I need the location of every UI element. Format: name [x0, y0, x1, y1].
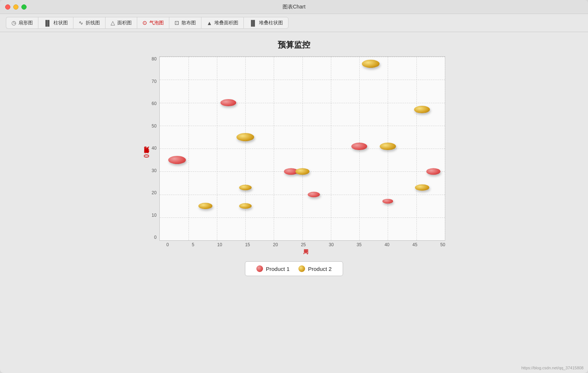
x-axis: 05101520253035404550 [166, 242, 445, 247]
y-tick: 60 [152, 101, 156, 106]
x-tick: 10 [217, 242, 222, 247]
stackedbar-icon: ▐▌ [249, 20, 257, 26]
plot-area [159, 56, 445, 241]
line-icon: ∿ [79, 20, 83, 26]
x-axis-label: 周 [166, 249, 445, 255]
y-axis-label: 销售额(万元) [143, 56, 149, 255]
bubble-p2 [380, 143, 396, 150]
bubble-p2 [414, 106, 430, 113]
chart-inner: 80706050403020100 [152, 56, 445, 241]
toolbar-btn-stackedarea[interactable]: ▲ 堆叠面积图 [201, 17, 243, 29]
grid-line-v [274, 57, 274, 240]
app-window: 图表Chart ◷ 扇形图 ▐▌ 柱状图 ∿ 折线图 △ 面积图 ⊙ 气泡图 ⊡… [0, 0, 588, 373]
bubble-p2 [236, 133, 254, 141]
bubble-p1 [383, 199, 393, 204]
legend-item-p1: Product 1 [256, 265, 290, 272]
bubble-p2 [239, 203, 252, 209]
x-tick: 40 [384, 242, 389, 247]
legend-dot-p1 [256, 265, 263, 272]
toolbar-btn-scatter[interactable]: ⊡ 散布图 [169, 17, 201, 29]
window-title: 图表Chart [283, 4, 305, 10]
legend-dot-p2 [298, 265, 305, 272]
legend: Product 1 Product 2 [245, 261, 343, 276]
toolbar-btn-bar[interactable]: ▐▌ 柱状图 [38, 17, 73, 29]
toolbar-btn-bubble[interactable]: ⊙ 气泡图 [137, 17, 169, 29]
bubble-p1 [168, 156, 186, 164]
bubble-p1 [308, 192, 320, 197]
grid-line-v [445, 57, 445, 240]
x-tick: 25 [301, 242, 306, 247]
stackedarea-icon: ▲ [207, 20, 212, 26]
toolbar-btn-area[interactable]: △ 面积图 [105, 17, 137, 29]
bubble-label: 气泡图 [149, 20, 164, 26]
chart-container: 销售额(万元) 80706050403020100 05101520253035… [143, 56, 445, 255]
legend-label-p2: Product 2 [308, 266, 332, 272]
x-tick: 35 [357, 242, 362, 247]
x-tick: 20 [273, 242, 278, 247]
chart-area: 预算监控 销售额(万元) 80706050403020100 051015202… [0, 32, 588, 373]
y-tick: 50 [152, 123, 156, 129]
window-controls [5, 4, 27, 10]
chart-with-axes: 80706050403020100 05101520253035404550 周 [152, 56, 445, 255]
x-axis-container: 05101520253035404550 [166, 241, 445, 247]
grid-line-v [245, 57, 246, 240]
maximize-button[interactable] [21, 4, 27, 10]
bar-icon: ▐▌ [44, 20, 51, 26]
toolbar-btn-line[interactable]: ∿ 折线图 [73, 17, 105, 29]
pie-label: 扇形图 [18, 20, 33, 26]
grid-line-v [217, 57, 217, 240]
toolbar-btn-stackedbar[interactable]: ▐▌ 堆叠柱状图 [243, 17, 288, 29]
legend-item-p2: Product 2 [298, 265, 332, 272]
grid-line-v [416, 57, 417, 240]
y-tick: 0 [154, 235, 157, 240]
line-label: 折线图 [86, 20, 100, 26]
bubble-p2 [239, 185, 252, 190]
x-tick: 15 [245, 242, 250, 247]
grid-line-v [331, 57, 331, 240]
y-tick: 40 [152, 146, 156, 151]
area-icon: △ [111, 20, 115, 26]
minimize-button[interactable] [13, 4, 18, 10]
scatter-label: 散布图 [181, 20, 196, 26]
bar-label: 柱状图 [53, 20, 68, 26]
close-button[interactable] [5, 4, 10, 10]
bubble-p2 [295, 168, 309, 175]
y-tick: 70 [152, 79, 156, 84]
bubble-p1 [352, 143, 367, 150]
area-label: 面积图 [117, 20, 132, 26]
bubble-p2 [415, 184, 429, 191]
toolbar-btn-pie[interactable]: ◷ 扇形图 [6, 17, 38, 29]
x-tick: 0 [166, 242, 169, 247]
x-tick: 50 [440, 242, 445, 247]
y-tick: 20 [152, 190, 156, 195]
y-axis: 80706050403020100 [152, 56, 159, 241]
x-tick: 30 [329, 242, 333, 247]
grid-line-v [188, 57, 189, 240]
bubble-p1 [426, 168, 440, 175]
x-tick: 45 [412, 242, 417, 247]
y-tick: 10 [152, 213, 156, 218]
pie-icon: ◷ [11, 20, 16, 26]
bubble-p2 [362, 60, 380, 68]
bubble-icon: ⊙ [142, 20, 147, 26]
stackedarea-label: 堆叠面积图 [214, 20, 238, 26]
chart-toolbar: ◷ 扇形图 ▐▌ 柱状图 ∿ 折线图 △ 面积图 ⊙ 气泡图 ⊡ 散布图 ▲ 堆… [0, 14, 588, 32]
watermark: https://blog.csdn.net/qq_37415808 [521, 366, 584, 370]
legend-label-p1: Product 1 [266, 266, 290, 272]
y-tick: 80 [152, 56, 156, 62]
bubble-p2 [198, 203, 212, 209]
bubble-p1 [220, 99, 236, 107]
y-tick: 30 [152, 168, 156, 173]
title-bar: 图表Chart [0, 0, 588, 14]
grid-line-v [302, 57, 303, 240]
chart-title: 预算监控 [278, 39, 310, 50]
stackedbar-label: 堆叠柱状图 [259, 20, 283, 26]
x-tick: 5 [192, 242, 194, 247]
scatter-icon: ⊡ [174, 20, 179, 26]
